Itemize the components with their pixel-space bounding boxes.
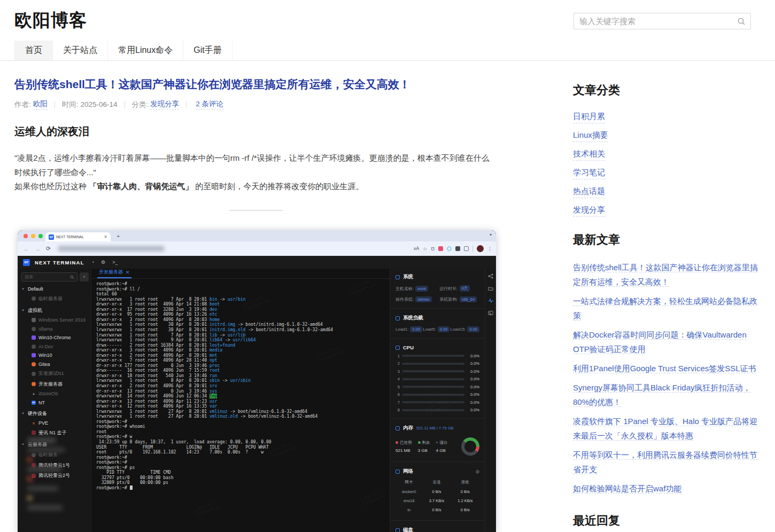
network-row: lo0 B/s0 B/s: [396, 505, 479, 514]
maximize-window-icon[interactable]: [38, 234, 43, 238]
category-link[interactable]: 发现分享: [150, 99, 179, 109]
article-image-terminal-screenshot[interactable]: NT NEXT TERMINAL ✕ ＋ ▾ ← → ⟳ 🗚 ☆ Ʊ: [18, 230, 496, 532]
cpu-core-row: 60.0%: [396, 392, 479, 397]
collapse-sidebar-button[interactable]: ‹: [80, 272, 89, 281]
tree-group-header[interactable]: ▼硬件设备: [21, 410, 89, 417]
category-link[interactable]: 技术相关: [573, 149, 605, 161]
tree-item[interactable]: Windows Server 2019: [32, 317, 89, 323]
tree-group-header[interactable]: ▼虚拟机: [21, 307, 89, 314]
address-bar-blurred[interactable]: [58, 246, 165, 252]
stat-label: 系统架构:: [439, 296, 458, 302]
nav-tab-常用Linux命令[interactable]: 常用Linux命令: [107, 41, 183, 60]
network-col-header: 网卡: [396, 478, 422, 487]
search-input[interactable]: [574, 17, 737, 26]
network-header-row: 网卡发送接收: [396, 478, 479, 487]
recent-post-link[interactable]: 告别传统shell工具！这款国产神器让你在浏览器里搞定所有运维，安全又高效！: [573, 260, 761, 289]
tab-list-chevron-icon[interactable]: ▾: [490, 232, 492, 237]
recent-post-link[interactable]: 一站式法律合规解决方案，轻松生成网站必备隐私政策: [573, 294, 761, 323]
tree-item[interactable]: Win10-Chrome: [32, 335, 89, 340]
snapshot-icon[interactable]: [488, 310, 493, 316]
monitor-pulse-icon[interactable]: [488, 298, 494, 303]
memory-legend-item: 已使用521 MB: [396, 440, 412, 453]
network-rate: 0 B/s: [451, 487, 479, 496]
network-col-header: 接收: [451, 478, 479, 487]
browser-menu-icon[interactable]: ⋮: [487, 246, 492, 252]
win-server-icon: [32, 353, 36, 357]
circle-server-icon: [32, 296, 36, 301]
forward-icon[interactable]: →: [35, 246, 41, 252]
tab-favicon: NT: [49, 234, 54, 240]
category-link[interactable]: 学习笔记: [573, 168, 605, 179]
author-label: 作者:: [14, 100, 31, 109]
extension-icon[interactable]: [455, 246, 460, 251]
tree-item[interactable]: Win10: [32, 353, 89, 358]
extension-icon[interactable]: Ʊ: [431, 246, 435, 252]
extension-icon[interactable]: [447, 246, 452, 251]
terminal-prompt-icon[interactable]: >_: [112, 260, 118, 265]
terminal-output[interactable]: root@work:~# root@work:~# ll / total 60 …: [91, 279, 390, 490]
cpu-usage-bar: [402, 363, 464, 365]
cpu-icon: [396, 346, 400, 350]
nav-tab-Git手册[interactable]: Git手册: [183, 41, 232, 60]
gitea-server-icon: [32, 382, 36, 386]
recent-post-link[interactable]: Synergy屏幕协同工具Black Friday疯狂折扣活动，80%的优惠！: [573, 380, 761, 409]
recent-post-link[interactable]: 如何检验网站是否开启waf功能: [573, 481, 761, 496]
reload-icon[interactable]: ⟳: [46, 245, 51, 252]
category-link[interactable]: 发现分享: [573, 205, 605, 217]
browser-profile-avatar[interactable]: [477, 245, 484, 252]
nav-tab-首页[interactable]: 首页: [14, 41, 52, 60]
terminal-tab-active[interactable]: 开发服务器 ✕: [97, 269, 131, 278]
terminal-tab-close-icon[interactable]: ✕: [126, 270, 130, 275]
article-title-link[interactable]: 告别传统shell工具！这款国产神器让你在浏览器里搞定所有运维，安全又高效！: [14, 77, 497, 91]
site-search[interactable]: [574, 13, 751, 29]
settings-gear-icon[interactable]: ⚙: [101, 260, 105, 265]
cpu-core-index: 7: [396, 400, 400, 405]
tree-item[interactable]: ▲iStoreOS: [32, 391, 89, 396]
github-icon[interactable]: ◔: [91, 260, 94, 265]
recent-post-link[interactable]: 解决Docker容器时间同步问题：确保Vaultwarden OTP验证码正常使…: [573, 327, 761, 356]
tree-item-label: AI-Dev: [38, 344, 53, 349]
extension-icon[interactable]: [438, 246, 443, 251]
tree-item[interactable]: ollama: [32, 326, 89, 332]
cpu-usage-value: 0.0%: [467, 354, 479, 358]
window-controls[interactable]: [24, 234, 43, 238]
close-window-icon[interactable]: [24, 234, 28, 238]
cpu-core-index: 6: [396, 392, 400, 397]
new-tab-button[interactable]: ＋: [115, 232, 121, 240]
share-icon[interactable]: [488, 273, 493, 279]
tree-item[interactable]: AI-Dev: [32, 344, 89, 349]
tree-item[interactable]: 安装测试N1: [32, 370, 89, 377]
tree-item[interactable]: 临时服务器: [32, 295, 89, 302]
extension-icon[interactable]: [464, 246, 469, 251]
recent-post-link[interactable]: 利用1Panel使用Google Trust Services签发SSL证书: [573, 361, 761, 375]
tree-item[interactable]: ✕PVE: [32, 420, 89, 426]
translate-icon[interactable]: 🗚: [414, 246, 419, 252]
back-icon[interactable]: ←: [24, 246, 29, 252]
paragraph-bold-text: 「审计靠人肉、背锅凭运气」: [89, 182, 193, 191]
tree-group-header[interactable]: ▼Default: [21, 286, 89, 292]
bookmark-star-icon[interactable]: ☆: [423, 246, 427, 252]
comments-link[interactable]: 2 条评论: [196, 99, 223, 109]
recent-post-link[interactable]: 不用等到双十一，利用腾讯云服务器续费同价特性节省开支: [573, 448, 761, 476]
browser-tab[interactable]: NT NEXT TERMINAL ✕: [45, 232, 111, 241]
category-link[interactable]: 热点话题: [573, 186, 605, 198]
memory-legend-item: 剩余3 GB: [418, 440, 430, 453]
category-link[interactable]: Linux摘要: [573, 130, 608, 142]
tree-item-label: Windows Server 2019: [38, 317, 86, 323]
disk-icon: [396, 528, 400, 532]
recent-post-link[interactable]: 凌霞软件旗下 1Panel 专业版、Halo 专业版产品将迎来最后一次「永久授权…: [573, 414, 761, 443]
category-link[interactable]: 日积月累: [573, 112, 605, 123]
win-server-icon: [32, 335, 36, 340]
author-link[interactable]: 欧阳: [33, 99, 48, 109]
tab-close-icon[interactable]: ✕: [104, 234, 107, 239]
search-icon[interactable]: [737, 17, 746, 26]
minimize-window-icon[interactable]: [31, 234, 35, 238]
tree-item[interactable]: Gitea: [32, 362, 89, 367]
folder-icon[interactable]: [488, 286, 493, 291]
tree-item[interactable]: NTNT: [32, 400, 89, 405]
hide-network-icon[interactable]: ⊘: [475, 469, 479, 474]
nav-tab-关于站点[interactable]: 关于站点: [52, 41, 107, 60]
tree-item[interactable]: 开发服务器: [32, 381, 89, 388]
stat-value-badge: work: [415, 286, 428, 292]
asset-search-input[interactable]: 搜索: [21, 272, 78, 281]
